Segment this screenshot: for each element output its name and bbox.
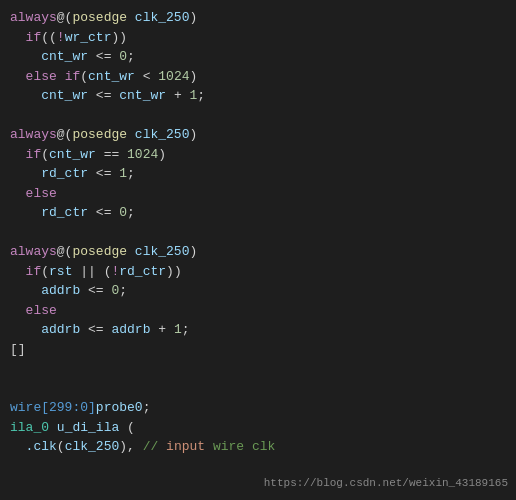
code-line-5: cnt_wr <= cnt_wr + 1; (10, 86, 506, 106)
code-line-23: .clk(clk_250), // input wire clk (10, 437, 506, 457)
code-line-26: .probe0(doutb[11:0]), // input wire [255… (10, 496, 506, 501)
code-editor: always@(posedge clk_250) if((!wr_ctr)) c… (0, 0, 516, 500)
code-line-12 (10, 223, 506, 243)
code-line-13: always@(posedge clk_250) (10, 242, 506, 262)
code-line-1: always@(posedge clk_250) (10, 8, 506, 28)
code-line-14: if(rst || (!rd_ctr)) (10, 262, 506, 282)
watermark: https://blog.csdn.net/weixin_43189165 (264, 473, 508, 493)
code-line-22: ila_0 u_di_ila ( (10, 418, 506, 438)
code-line-15: addrb <= 0; (10, 281, 506, 301)
code-line-3: cnt_wr <= 0; (10, 47, 506, 67)
code-line-21: wire[299:0]probe0; (10, 398, 506, 418)
code-line-17: addrb <= addrb + 1; (10, 320, 506, 340)
code-line-20 (10, 379, 506, 399)
code-line-9: rd_ctr <= 1; (10, 164, 506, 184)
code-line-18: [] (10, 340, 506, 360)
code-line-16: else (10, 301, 506, 321)
code-line-19 (10, 359, 506, 379)
code-line-11: rd_ctr <= 0; (10, 203, 506, 223)
code-line-10: else (10, 184, 506, 204)
code-line-2: if((!wr_ctr)) (10, 28, 506, 48)
code-line-6 (10, 106, 506, 126)
code-line-8: if(cnt_wr == 1024) (10, 145, 506, 165)
code-line-4: else if(cnt_wr < 1024) (10, 67, 506, 87)
code-line-7: always@(posedge clk_250) (10, 125, 506, 145)
